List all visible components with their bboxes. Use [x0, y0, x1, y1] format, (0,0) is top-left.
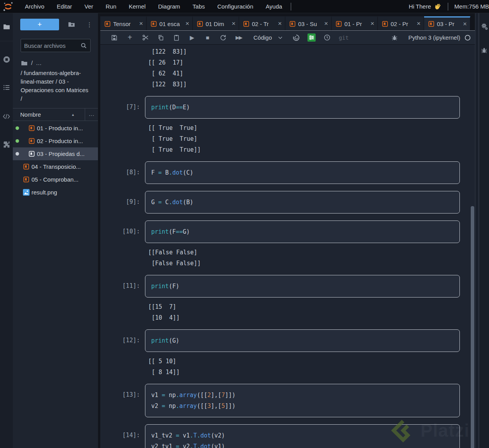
- breadcrumb-path[interactable]: / fundamentos-algebra-lineal-master / 03…: [21, 69, 91, 103]
- notebook-cell: [7]: print(D==E): [100, 96, 475, 119]
- cell-code-editor[interactable]: print(D==E): [145, 96, 460, 119]
- notebook-cell: [11]: print(F): [100, 275, 475, 298]
- file-list-item[interactable]: result.png: [13, 186, 98, 199]
- tab-02-tr[interactable]: 02 - Tr ×: [239, 16, 285, 30]
- extensions-puzzle-icon[interactable]: [0, 135, 13, 153]
- tab-close-icon[interactable]: ×: [463, 20, 467, 28]
- file-type-icon: [28, 125, 35, 131]
- search-input[interactable]: [24, 42, 80, 49]
- file-browser-icon[interactable]: [0, 19, 13, 41]
- right-panel-rail[interactable]: [475, 13, 479, 448]
- tab-close-icon[interactable]: ×: [139, 20, 143, 28]
- save-icon[interactable]: [107, 32, 122, 43]
- tab-close-icon[interactable]: ×: [278, 20, 282, 28]
- notebook-file-icon: [104, 21, 111, 27]
- file-list-item[interactable]: 05 - Comproban...: [13, 173, 98, 186]
- cell-code-editor[interactable]: print(F): [145, 275, 460, 298]
- tab-close-icon[interactable]: ×: [232, 20, 236, 28]
- cell-code-editor[interactable]: v1 = np.array([[2],[7]])v2 = np.array([[…: [145, 384, 460, 417]
- file-list-item[interactable]: 01 - Producto in...: [13, 122, 98, 135]
- tab-close-icon[interactable]: ×: [417, 20, 421, 28]
- menu-ver[interactable]: Ver: [78, 0, 100, 13]
- file-browser-toolbar: + ⋮: [13, 18, 98, 31]
- menu-diagram[interactable]: Diagram: [152, 0, 187, 13]
- kernel-name-label[interactable]: Python 3 (ipykernel): [409, 34, 460, 41]
- debugger-bug-icon[interactable]: [480, 47, 488, 54]
- property-inspector-gears-icon[interactable]: [480, 23, 488, 30]
- cell-type-label: Código: [253, 34, 272, 41]
- swirl-extension-icon[interactable]: [288, 32, 304, 43]
- debugger-bug-icon[interactable]: [387, 32, 402, 43]
- table-of-contents-icon[interactable]: [0, 79, 13, 96]
- file-name: result.png: [31, 189, 57, 196]
- history-clock-icon[interactable]: [320, 32, 335, 43]
- file-type-icon: [28, 138, 35, 144]
- notebook-cells: [122 83]] [[ 26 17] [ 62 41] [122 83]] […: [100, 45, 475, 448]
- notebook-file-icon: [289, 21, 296, 27]
- menu-editar[interactable]: Editar: [51, 0, 78, 13]
- cell-prompt: [14]:: [100, 424, 140, 441]
- notebook-file-icon: [382, 21, 388, 27]
- tab-label: 01 Dim: [206, 21, 229, 27]
- search-icon: [80, 42, 87, 49]
- breadcrumb-root[interactable]: /: [31, 59, 33, 67]
- scrolled-output-text: [122 83]] [[ 26 17] [ 62 41] [122 83]]: [148, 46, 475, 90]
- sliders-green-icon[interactable]: [304, 32, 320, 43]
- tab-tensor[interactable]: Tensor ×: [100, 16, 147, 30]
- menu-run[interactable]: Run: [100, 0, 123, 13]
- run-all-icon[interactable]: ▶▶: [231, 32, 246, 43]
- tab-close-icon[interactable]: ×: [324, 20, 328, 28]
- cell-code-editor[interactable]: v1_tv2 = v1.T.dot(v2)v2_tv1 = v2.T.dot(v…: [145, 424, 460, 448]
- chevron-down-icon: [278, 35, 283, 40]
- cell-code-editor[interactable]: G = C.dot(B): [145, 191, 460, 214]
- menu-archivo[interactable]: Archivo: [19, 0, 51, 13]
- notebook-cell: [9]: G = C.dot(B): [100, 191, 475, 214]
- file-list-item[interactable]: 04 - Transposicio...: [13, 160, 98, 173]
- new-launcher-button[interactable]: +: [20, 19, 59, 30]
- header-more-label[interactable]: …: [85, 108, 98, 121]
- scrollbar-thumb[interactable]: [471, 206, 474, 448]
- add-cell-icon[interactable]: +: [122, 32, 138, 43]
- file-list: 01 - Producto in... 02 - Producto in... …: [13, 121, 98, 199]
- menu-kernel[interactable]: Kernel: [122, 0, 152, 13]
- file-list-header[interactable]: Nombre ▲ …: [13, 108, 98, 121]
- file-type-icon: [23, 163, 30, 170]
- cell-code-editor[interactable]: print(G): [145, 329, 460, 352]
- restart-kernel-icon[interactable]: [215, 32, 231, 43]
- menubar-separator: [291, 3, 291, 10]
- menu-configuracion[interactable]: Configuración: [211, 0, 260, 13]
- notebook-area[interactable]: [122 83]] [[ 26 17] [ 62 41] [122 83]] […: [100, 45, 475, 448]
- tab-02-pr[interactable]: 02 - Pr ×: [378, 16, 424, 30]
- tab-close-icon[interactable]: ×: [370, 20, 374, 28]
- tab-label: 03 - Pr: [437, 21, 461, 27]
- menu-tabs[interactable]: Tabs: [186, 0, 211, 13]
- tab-01-dim[interactable]: 01 Dim ×: [193, 16, 239, 30]
- cell-prompt: [9]:: [100, 191, 140, 207]
- sort-ascending-icon[interactable]: ▲: [71, 113, 75, 117]
- tab-close-icon[interactable]: ×: [185, 20, 189, 28]
- paste-cell-icon[interactable]: [169, 32, 184, 43]
- run-cell-icon[interactable]: ▶: [184, 32, 200, 43]
- cell-code-editor[interactable]: F = B.dot(C): [145, 161, 460, 184]
- copy-cell-icon[interactable]: [153, 32, 169, 43]
- cell-type-dropdown[interactable]: Código: [253, 34, 283, 41]
- file-list-item[interactable]: 03 - Propiedas d...: [13, 147, 98, 160]
- cut-cell-icon[interactable]: [138, 32, 153, 43]
- more-actions-kebab-icon[interactable]: ⋮: [86, 21, 93, 28]
- running-kernels-icon[interactable]: [0, 51, 13, 68]
- home-folder-icon[interactable]: [21, 60, 28, 67]
- tab-01-esca[interactable]: 01 esca ×: [147, 16, 193, 30]
- tab-03-pr[interactable]: 03 - Pr ×: [424, 16, 470, 30]
- breadcrumb: / … / fundamentos-algebra-lineal-master …: [13, 52, 98, 103]
- stop-kernel-icon[interactable]: ■: [200, 32, 215, 43]
- tab-03-su[interactable]: 03 - Su ×: [285, 16, 332, 30]
- tab-01-pr[interactable]: 01 - Pr ×: [332, 16, 378, 30]
- cell-code-editor[interactable]: print(F==G): [145, 220, 460, 243]
- file-name: 02 - Producto in...: [37, 138, 83, 144]
- file-list-item[interactable]: 02 - Producto in...: [13, 135, 98, 147]
- code-inspector-icon[interactable]: [0, 107, 13, 125]
- menu-ayuda[interactable]: Ayuda: [260, 0, 288, 13]
- new-folder-icon[interactable]: [68, 21, 75, 28]
- file-search-box: [21, 39, 91, 52]
- breadcrumb-ellipsis[interactable]: …: [36, 59, 42, 67]
